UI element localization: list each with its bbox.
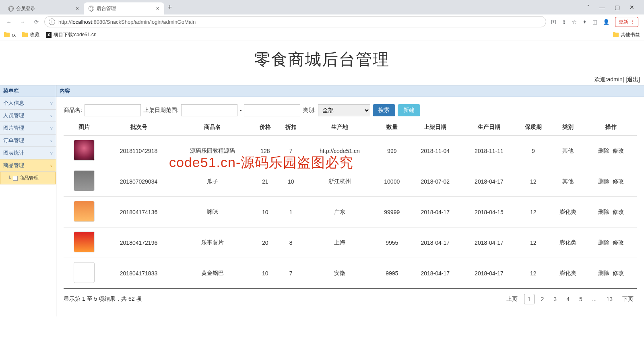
update-button[interactable]: 更新 ⋮ <box>615 17 638 27</box>
cell-price: 128 <box>252 135 278 166</box>
column-header: 操作 <box>585 120 637 135</box>
key-icon[interactable]: ⚿ <box>551 19 556 25</box>
category-select[interactable]: 全部 <box>318 104 370 116</box>
table-row: 201811042918源码乐园教程源码1287http://code51.cn… <box>64 135 637 166</box>
pager-button[interactable]: ... <box>589 294 600 304</box>
pager-button[interactable]: 4 <box>563 294 573 304</box>
cell-ops: 删除 修改 <box>585 197 637 227</box>
cell-price: 20 <box>252 227 278 258</box>
cell-list-date: 2018-04-17 <box>408 258 462 289</box>
sidebar-item[interactable]: 图表统计⋎ <box>0 147 56 159</box>
forward-button[interactable]: → <box>17 16 28 27</box>
chevron-down-icon: ⋎ <box>50 114 53 118</box>
cell-shelf: 12 <box>516 227 551 258</box>
column-header: 数量 <box>376 120 408 135</box>
column-header: 生产地 <box>304 120 376 135</box>
content-body: 商品名: 上架日期范围: - 类别: 全部 搜索 新建 图片批次号商品名价格折扣… <box>56 97 644 316</box>
sidebar-item[interactable]: 个人信息⋎ <box>0 97 56 110</box>
browser-chrome: 会员登录 × 后台管理 × + ˅ — ▢ ✕ ← → ⟳ i http://l… <box>0 0 644 41</box>
column-header: 批次号 <box>105 120 172 135</box>
cell-discount: 8 <box>278 227 304 258</box>
close-button[interactable]: ✕ <box>630 4 634 10</box>
pager-button[interactable]: 3 <box>550 294 560 304</box>
site-info-icon[interactable]: i <box>49 19 55 25</box>
edit-link[interactable]: 修改 <box>613 178 624 184</box>
cell-prod-date: 2018-04-17 <box>462 166 516 197</box>
pager-button[interactable]: 2 <box>538 294 547 304</box>
reload-button[interactable]: ⟳ <box>31 16 42 27</box>
bookmark-favorites[interactable]: 收藏 <box>22 31 39 38</box>
pager-button[interactable]: 下页 <box>619 294 637 304</box>
logout-link[interactable]: 退出 <box>627 76 638 83</box>
url-field[interactable]: i http://localhost:8080/SnackShop/admin/… <box>44 16 546 27</box>
edit-link[interactable]: 修改 <box>613 209 624 215</box>
minimize-button[interactable]: — <box>599 4 605 10</box>
cell-ops: 删除 修改 <box>585 166 637 197</box>
cell-origin: 上海 <box>304 227 376 258</box>
pager-button[interactable]: 13 <box>603 294 616 304</box>
delete-link[interactable]: 删除 <box>598 209 609 215</box>
content-area: 内容 商品名: 上架日期范围: - 类别: 全部 搜索 新建 图片批次号商品名价… <box>56 85 644 316</box>
other-bookmarks[interactable]: 其他书签 <box>613 31 640 38</box>
y-icon: ¥ <box>46 32 52 38</box>
cell-batch: 201804174136 <box>105 197 172 227</box>
cell-list-date: 2018-11-04 <box>408 135 462 166</box>
cell-category: 膨化类 <box>551 197 585 227</box>
maximize-button[interactable]: ▢ <box>615 4 620 10</box>
cell-name: 源码乐园教程源码 <box>173 135 252 166</box>
bookmark-rx[interactable]: rx <box>4 32 16 38</box>
table-row: 201807029034瓜子2110浙江杭州100002018-07-02201… <box>64 166 637 197</box>
edit-link[interactable]: 修改 <box>613 147 624 154</box>
product-thumb <box>74 262 95 283</box>
date-from-input[interactable] <box>181 104 237 116</box>
product-thumb <box>74 201 95 222</box>
cell-shelf: 12 <box>516 166 551 197</box>
sidebar-item[interactable]: 订单管理⋎ <box>0 134 56 147</box>
side-panel-icon[interactable]: ◫ <box>592 19 597 25</box>
cell-discount: 7 <box>278 258 304 289</box>
sidebar-item[interactable]: 商品管理⋎ <box>0 159 56 172</box>
column-header: 上架日期 <box>408 120 462 135</box>
pager-button[interactable]: 上页 <box>503 294 521 304</box>
cell-batch: 201807029034 <box>105 166 172 197</box>
cell-prod-date: 2018-11-11 <box>462 135 516 166</box>
cell-list-date: 2018-07-02 <box>408 166 462 197</box>
cell-batch: 201804171833 <box>105 258 172 289</box>
sidebar-subitem[interactable]: └商品管理 <box>0 172 56 184</box>
edit-link[interactable]: 修改 <box>613 239 624 246</box>
sidebar-title: 菜单栏 <box>0 85 56 97</box>
new-tab-button[interactable]: + <box>164 3 175 12</box>
cell-origin: 安徽 <box>304 258 376 289</box>
close-icon[interactable]: × <box>76 5 79 12</box>
sidebar-item[interactable]: 人员管理⋎ <box>0 110 56 122</box>
sidebar: 菜单栏 个人信息⋎人员管理⋎图片管理⋎订单管理⋎图表统计⋎商品管理⋎└商品管理 <box>0 85 56 316</box>
search-button[interactable]: 搜索 <box>373 104 395 116</box>
chevron-down-icon[interactable]: ˅ <box>587 4 590 10</box>
profile-icon[interactable]: 👤 <box>603 19 609 25</box>
share-icon[interactable]: ⇪ <box>562 19 566 25</box>
pager-button[interactable]: 1 <box>524 294 535 304</box>
bookmark-code51[interactable]: ¥项目下载:code51.cn <box>46 31 97 38</box>
tab-admin[interactable]: 后台管理 × <box>84 2 164 14</box>
delete-link[interactable]: 删除 <box>598 270 609 276</box>
window-controls: ˅ — ▢ ✕ <box>580 4 641 10</box>
tab-member-login[interactable]: 会员登录 × <box>3 2 84 14</box>
cell-qty: 9995 <box>376 258 408 289</box>
cell-discount: 10 <box>278 166 304 197</box>
table-footer: 显示第 1 至 5 项结果，共 62 项 上页12345...13下页 <box>64 289 637 309</box>
pager-button[interactable]: 5 <box>576 294 586 304</box>
username: admin <box>607 76 623 83</box>
cell-shelf: 12 <box>516 258 551 289</box>
name-input[interactable] <box>85 104 141 116</box>
close-icon[interactable]: × <box>156 5 159 12</box>
create-button[interactable]: 新建 <box>398 104 420 116</box>
delete-link[interactable]: 删除 <box>598 178 609 184</box>
delete-link[interactable]: 删除 <box>598 239 609 246</box>
date-to-input[interactable] <box>244 104 300 116</box>
star-icon[interactable]: ☆ <box>572 19 577 25</box>
edit-link[interactable]: 修改 <box>613 270 624 276</box>
back-button[interactable]: ← <box>3 16 14 27</box>
delete-link[interactable]: 删除 <box>598 147 609 154</box>
extension-icon[interactable]: ✦ <box>582 19 587 25</box>
sidebar-item[interactable]: 图片管理⋎ <box>0 122 56 134</box>
